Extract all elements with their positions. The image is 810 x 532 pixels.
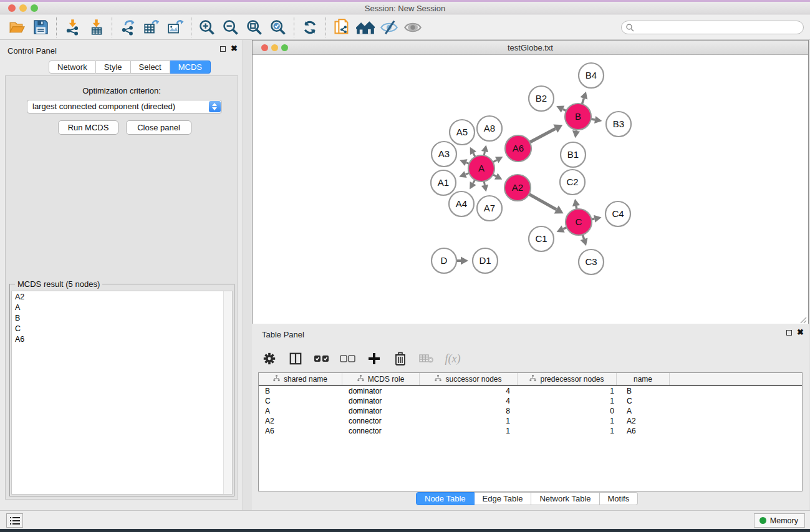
toolbar-separator [325,17,326,37]
close-panel-icon[interactable]: ✖ [231,46,238,52]
cell-name[interactable]: A2 [617,416,670,426]
close-panel-button[interactable]: Close panel [126,120,191,135]
network-canvas[interactable]: B4B2BB3A5A8A6A3B1AC2A1A2A4A7C4CC1DD1C3 [253,56,808,325]
import-network-button[interactable] [60,17,84,37]
cell-MCDS-role[interactable]: connector [342,416,420,426]
result-scrollbar[interactable] [223,291,232,494]
result-item-c[interactable]: C [12,323,232,334]
home-button[interactable] [354,17,377,37]
edge-arrow-A-A8 [481,145,488,152]
cell-shared-name[interactable]: C [259,396,342,406]
open-session-button[interactable] [5,17,29,37]
cell-MCDS-role[interactable]: dominator [342,386,420,396]
control-panel: Control Panel ✖ NetworkStyleSelectMCDS O… [0,40,243,510]
cell-successor-nodes[interactable]: 4 [420,386,518,396]
result-item-a2[interactable]: A2 [12,291,232,302]
table-row-a2[interactable]: A2connector11A2 [259,416,802,426]
criterion-select[interactable]: largest connected component (directed) [27,100,222,114]
result-item-a[interactable]: A [12,302,232,312]
cell-predecessor-nodes[interactable]: 1 [518,396,617,406]
float-panel-icon[interactable] [220,46,226,52]
unselect-all-button[interactable] [339,349,357,368]
zoom-out-button[interactable] [219,17,243,37]
cell-shared-name[interactable]: A [259,406,342,416]
cell-predecessor-nodes[interactable]: 1 [518,426,617,436]
network-window-titlebar[interactable]: testGlobe.txt [253,41,808,55]
export-table-button[interactable] [140,17,163,37]
show-column-button[interactable] [287,349,304,368]
cell-predecessor-nodes[interactable]: 0 [518,406,617,416]
column-header-predecessor-nodes[interactable]: predecessor nodes [518,373,617,385]
create-column-button[interactable] [365,349,383,368]
network-view-window: testGlobe.txt B4B2BB3A5A8A6A3B1AC2A1A2A4… [252,40,809,326]
cell-shared-name[interactable]: A2 [259,416,342,426]
close-table-panel-icon[interactable]: ✖ [797,329,804,336]
tab-select[interactable]: Select [131,60,170,74]
cell-name[interactable]: A [617,406,670,416]
run-mcds-button[interactable]: Run MCDS [58,120,118,135]
show-details-button[interactable] [401,17,425,37]
result-item-a6[interactable]: A6 [12,334,232,344]
table-row-b[interactable]: Bdominator41B [259,386,802,396]
cell-name[interactable]: C [617,396,670,406]
shared-column-icon [435,375,441,384]
cell-predecessor-nodes[interactable]: 1 [518,416,617,426]
save-session-button[interactable] [29,17,52,37]
zoom-fit-button[interactable] [243,17,266,37]
control-panel-title: Control Panel [7,46,57,56]
table-tab-edge-table[interactable]: Edge Table [475,492,532,505]
float-table-panel-icon[interactable] [786,330,792,336]
export-image-icon [167,19,184,36]
control-panel-tabs: NetworkStyleSelectMCDS [49,60,211,74]
column-header-name[interactable]: name [617,373,670,385]
graph-node-label-A6: A6 [513,143,524,153]
table-settings-button[interactable] [261,349,278,368]
cell-name[interactable]: A6 [617,426,670,436]
table-tab-network-table[interactable]: Network Table [531,492,599,505]
tab-mcds[interactable]: MCDS [170,60,211,74]
zoom-selected-button[interactable] [266,17,290,37]
cell-MCDS-role[interactable]: dominator [342,406,420,416]
search-input[interactable] [621,21,804,34]
search-icon [625,23,634,32]
hide-details-button[interactable] [377,17,401,37]
task-history-button[interactable] [6,513,23,528]
cell-shared-name[interactable]: B [259,386,342,396]
cell-shared-name[interactable]: A6 [259,426,342,436]
cell-successor-nodes[interactable]: 1 [420,426,518,436]
resize-grip-icon[interactable] [798,315,807,324]
graph-node-label-A8: A8 [484,123,495,133]
select-all-button[interactable] [313,349,330,368]
mcds-result-list[interactable]: A2ABCA6 [11,291,233,495]
column-header-MCDS-role[interactable]: MCDS role [342,373,420,385]
clone-network-button[interactable] [330,17,354,37]
cell-name[interactable]: B [617,386,670,396]
delete-table-icon [419,354,434,364]
result-item-b[interactable]: B [12,312,232,323]
cell-predecessor-nodes[interactable]: 1 [518,386,617,396]
column-header-successor-nodes[interactable]: successor nodes [420,373,518,385]
table-row-a[interactable]: Adominator80A [259,406,802,416]
node-table[interactable]: shared nameMCDS rolesuccessor nodesprede… [258,372,803,491]
export-network-button[interactable] [116,17,140,37]
shared-column-icon [273,375,280,384]
table-tab-motifs[interactable]: Motifs [600,492,639,505]
table-row-c[interactable]: Cdominator41C [259,396,802,406]
delete-column-button[interactable] [392,349,409,368]
import-table-button[interactable] [84,17,108,37]
cell-successor-nodes[interactable]: 1 [420,416,518,426]
criterion-value: largest connected component (directed) [32,102,175,111]
zoom-in-button[interactable] [195,17,219,37]
cell-successor-nodes[interactable]: 4 [420,396,518,406]
export-image-button[interactable] [163,17,187,37]
table-row-a6[interactable]: A6connector11A6 [259,426,802,436]
refresh-button[interactable] [298,17,322,37]
tab-style[interactable]: Style [96,60,131,74]
table-tab-node-table[interactable]: Node Table [416,492,475,505]
cell-MCDS-role[interactable]: connector [342,426,420,436]
cell-successor-nodes[interactable]: 8 [420,406,518,416]
cell-MCDS-role[interactable]: dominator [342,396,420,406]
memory-button[interactable]: Memory [754,513,805,528]
column-header-shared-name[interactable]: shared name [259,373,342,385]
tab-network[interactable]: Network [49,60,96,74]
